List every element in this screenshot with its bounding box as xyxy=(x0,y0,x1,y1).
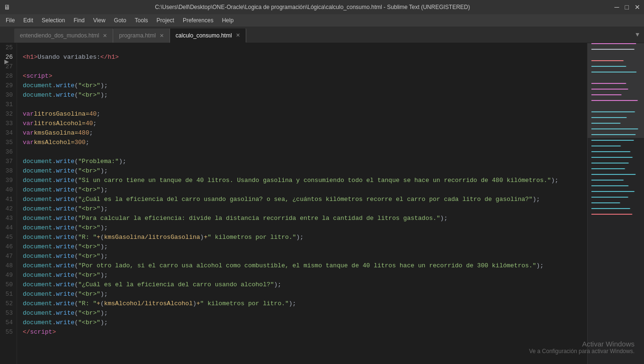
menubar-item-selection[interactable]: Selection xyxy=(38,16,69,25)
code-line-26: <h1>Usando variables:</h1> xyxy=(23,53,587,62)
close-button[interactable]: ✕ xyxy=(635,3,640,11)
line-number-50: 50 xyxy=(2,280,13,290)
tab-label-1: programa.html xyxy=(119,32,155,39)
menubar-item-file[interactable]: File xyxy=(2,16,18,25)
tab-scroll-left-icon[interactable]: ▶ xyxy=(0,53,13,70)
line-number-31: 31 xyxy=(2,100,13,109)
tab-0[interactable]: entendiendo_dos_mundos.html✕ xyxy=(14,28,113,43)
tab-close-0[interactable]: ✕ xyxy=(103,33,107,39)
line-number-33: 33 xyxy=(2,119,13,128)
line-number-47: 47 xyxy=(2,252,13,261)
code-line-29: document.write ("<br>"); xyxy=(23,81,587,91)
code-line-51: document.write ("<br>"); xyxy=(23,290,587,299)
minimap-canvas xyxy=(588,43,644,364)
line-number-25: 25 xyxy=(2,43,13,53)
code-line-54: document.write ("<br>"); xyxy=(23,318,587,328)
line-number-34: 34 xyxy=(2,128,13,138)
code-line-41: document.write ("¿Cuál es la eficiencia … xyxy=(23,195,587,204)
tab-label-0: entendiendo_dos_mundos.html xyxy=(20,32,99,39)
code-line-34: var kmsGasolina = 480; xyxy=(23,128,587,138)
code-area[interactable]: <h1>Usando variables:</h1> <script> docu… xyxy=(17,43,587,364)
titlebar-controls[interactable]: ─ □ ✕ xyxy=(615,3,640,11)
line-number-49: 49 xyxy=(2,271,13,280)
code-line-42: document.write ("<br>"); xyxy=(23,204,587,214)
line-number-52: 52 xyxy=(2,299,13,309)
code-line-45: document.write ("R: " + (kmsGasolina/lit… xyxy=(23,233,587,242)
line-number-45: 45 xyxy=(2,233,13,242)
line-numbers: 2526272829303132333435363738394041424344… xyxy=(0,43,17,364)
line-number-42: 42 xyxy=(2,204,13,214)
editor-container: 2526272829303132333435363738394041424344… xyxy=(0,43,644,364)
code-line-28: <script> xyxy=(23,72,587,81)
menubar-item-help[interactable]: Help xyxy=(218,16,238,25)
line-number-46: 46 xyxy=(2,242,13,252)
code-line-47: document.write ("<br>"); xyxy=(23,252,587,261)
code-line-33: var litrosAlcohol = 40; xyxy=(23,119,587,128)
code-line-55: </script> xyxy=(23,328,587,337)
code-line-32: var litrosGasolina = 40; xyxy=(23,109,587,119)
line-number-53: 53 xyxy=(2,309,13,318)
code-line-35: var kmsAlcohol = 300; xyxy=(23,138,587,147)
titlebar-icon: 🖥 xyxy=(4,3,10,11)
tab-2[interactable]: calculo_consumo.html✕ xyxy=(170,28,246,43)
tab-dropdown-icon[interactable]: ▼ xyxy=(633,30,642,39)
line-number-55: 55 xyxy=(2,328,13,337)
code-line-37: document.write ("Problema:"); xyxy=(23,157,587,166)
code-line-53: document.write ("<br>"); xyxy=(23,309,587,318)
line-number-40: 40 xyxy=(2,185,13,195)
line-number-35: 35 xyxy=(2,138,13,147)
menubar-item-project[interactable]: Project xyxy=(153,16,178,25)
titlebar-title: C:\Users\Dell\Desktop\ONE-Oracle\Logica … xyxy=(155,4,470,10)
code-line-49: document.write ("<br>"); xyxy=(23,271,587,280)
menubar-item-tools[interactable]: Tools xyxy=(131,16,152,25)
line-number-29: 29 xyxy=(2,81,13,91)
tab-label-2: calculo_consumo.html xyxy=(176,32,232,39)
line-number-28: 28 xyxy=(2,72,13,81)
code-line-40: document.write ("<br>"); xyxy=(23,185,587,195)
code-line-50: document.write ("¿Cuál es el la eficienc… xyxy=(23,280,587,290)
tab-close-1[interactable]: ✕ xyxy=(160,33,164,39)
code-line-44: document.write ("<br>"); xyxy=(23,223,587,233)
minimize-button[interactable]: ─ xyxy=(615,3,619,11)
menubar-item-find[interactable]: Find xyxy=(70,16,88,25)
code-line-46: document.write ("<br>"); xyxy=(23,242,587,252)
menubar-item-goto[interactable]: Goto xyxy=(110,16,130,25)
line-number-43: 43 xyxy=(2,214,13,223)
tab-1[interactable]: programa.html✕ xyxy=(113,28,170,43)
titlebar: 🖥 C:\Users\Dell\Desktop\ONE-Oracle\Logic… xyxy=(0,0,644,14)
minimap[interactable] xyxy=(587,43,644,364)
code-line-48: document.write ("Por otro lado, si el ca… xyxy=(23,261,587,271)
code-line-39: document.write ("Si un carro tiene un ta… xyxy=(23,176,587,185)
line-number-51: 51 xyxy=(2,290,13,299)
tab-close-2[interactable]: ✕ xyxy=(236,32,240,38)
code-line-30: document.write ("<br>"); xyxy=(23,91,587,100)
menubar-item-preferences[interactable]: Preferences xyxy=(179,16,217,25)
maximize-button[interactable]: □ xyxy=(625,3,629,11)
line-number-37: 37 xyxy=(2,157,13,166)
line-number-32: 32 xyxy=(2,109,13,119)
line-number-48: 48 xyxy=(2,261,13,271)
menubar: FileEditSelectionFindViewGotoToolsProjec… xyxy=(0,14,644,27)
line-number-44: 44 xyxy=(2,223,13,233)
line-number-54: 54 xyxy=(2,318,13,328)
code-line-36 xyxy=(23,147,587,157)
code-line-52: document.write ("R: " + (kmsAlcohol/litr… xyxy=(23,299,587,309)
line-number-39: 39 xyxy=(2,176,13,185)
line-number-36: 36 xyxy=(2,147,13,157)
code-line-27 xyxy=(23,62,587,72)
line-number-38: 38 xyxy=(2,166,13,176)
code-line-31 xyxy=(23,100,587,109)
menubar-item-edit[interactable]: Edit xyxy=(19,16,37,25)
line-number-30: 30 xyxy=(2,91,13,100)
code-line-25 xyxy=(23,43,587,53)
line-number-41: 41 xyxy=(2,195,13,204)
code-line-38: document.write ("<br>"); xyxy=(23,166,587,176)
code-line-43: document.write ("Para calcular la eficie… xyxy=(23,214,587,223)
tabbar: ▶ entendiendo_dos_mundos.html✕programa.h… xyxy=(0,27,644,43)
menubar-item-view[interactable]: View xyxy=(89,16,109,25)
